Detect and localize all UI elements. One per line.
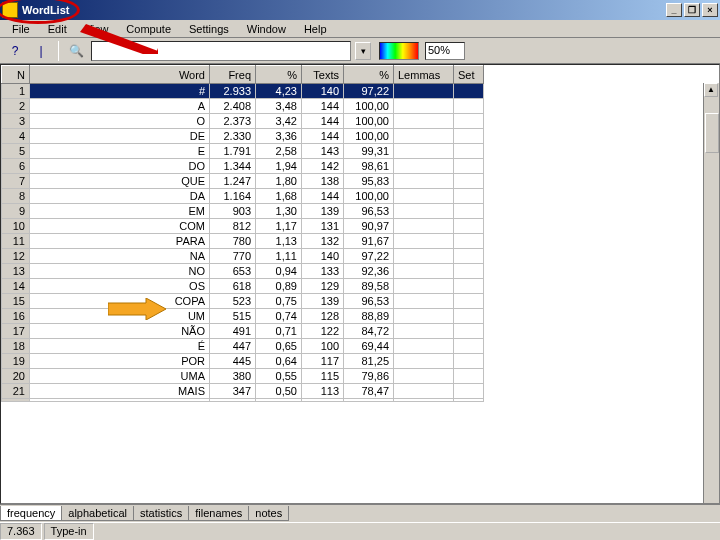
row-number: 2 bbox=[2, 99, 30, 114]
menu-view[interactable]: View bbox=[77, 22, 117, 36]
close-button[interactable]: × bbox=[702, 3, 718, 17]
cell-pct2: 84,72 bbox=[344, 324, 394, 339]
status-count: 7.363 bbox=[0, 523, 42, 540]
table-row[interactable]: 3O2.3733,42144100,00 bbox=[2, 114, 484, 129]
tab-statistics[interactable]: statistics bbox=[133, 506, 189, 521]
cell-freq: 491 bbox=[210, 324, 256, 339]
cell-lemmas bbox=[394, 219, 454, 234]
menu-settings[interactable]: Settings bbox=[181, 22, 237, 36]
data-grid: N Word Freq % Texts % Lemmas Set 1#2.933… bbox=[0, 64, 720, 504]
cell-lemmas bbox=[394, 354, 454, 369]
table-row[interactable]: 17NÃO4910,7112284,72 bbox=[2, 324, 484, 339]
col-n[interactable]: N bbox=[2, 66, 30, 84]
table-row[interactable]: 14OS6180,8912989,58 bbox=[2, 279, 484, 294]
cell-pct: 3,36 bbox=[256, 129, 302, 144]
table-row[interactable]: 16UM5150,7412888,89 bbox=[2, 309, 484, 324]
table-row[interactable]: 7QUE1.2471,8013895,83 bbox=[2, 174, 484, 189]
cell-set bbox=[454, 309, 484, 324]
cell-freq: 2.330 bbox=[210, 129, 256, 144]
cell-pct2: 100,00 bbox=[344, 99, 394, 114]
table-row[interactable]: 19POR4450,6411781,25 bbox=[2, 354, 484, 369]
cell-freq: 770 bbox=[210, 249, 256, 264]
tab-notes[interactable]: notes bbox=[248, 506, 289, 521]
row-number: 10 bbox=[2, 219, 30, 234]
cell-set bbox=[454, 264, 484, 279]
col-pct[interactable]: % bbox=[256, 66, 302, 84]
cell-word: MAIS bbox=[30, 384, 210, 399]
cell-lemmas bbox=[394, 159, 454, 174]
table-row[interactable]: 6DO1.3441,9414298,61 bbox=[2, 159, 484, 174]
search-dropdown[interactable]: ▾ bbox=[355, 42, 371, 60]
cell-word: QUE bbox=[30, 174, 210, 189]
col-set[interactable]: Set bbox=[454, 66, 484, 84]
cell-freq: 1.344 bbox=[210, 159, 256, 174]
table-row[interactable]: 13NO6530,9413392,36 bbox=[2, 264, 484, 279]
cell-freq: 653 bbox=[210, 264, 256, 279]
maximize-button[interactable]: ❐ bbox=[684, 3, 700, 17]
table-row[interactable]: 18É4470,6510069,44 bbox=[2, 339, 484, 354]
help-button[interactable]: ? bbox=[4, 41, 26, 61]
table-row[interactable]: 1#2.9334,2314097,22 bbox=[2, 84, 484, 99]
cell-lemmas bbox=[394, 174, 454, 189]
row-number: 12 bbox=[2, 249, 30, 264]
cell-freq: 447 bbox=[210, 339, 256, 354]
table-row[interactable]: 10COM8121,1713190,97 bbox=[2, 219, 484, 234]
col-lemmas[interactable]: Lemmas bbox=[394, 66, 454, 84]
header-row: N Word Freq % Texts % Lemmas Set bbox=[2, 66, 484, 84]
title-bar: WordList _ ❐ × bbox=[0, 0, 720, 20]
cell-lemmas bbox=[394, 279, 454, 294]
cell-word: POR bbox=[30, 354, 210, 369]
table-row[interactable]: 2A2.4083,48144100,00 bbox=[2, 99, 484, 114]
pipe-button[interactable]: | bbox=[30, 41, 52, 61]
scroll-thumb[interactable] bbox=[705, 113, 719, 153]
col-word[interactable]: Word bbox=[30, 66, 210, 84]
row-number: 17 bbox=[2, 324, 30, 339]
menu-help[interactable]: Help bbox=[296, 22, 335, 36]
col-texts[interactable]: Texts bbox=[302, 66, 344, 84]
table-row[interactable]: 11PARA7801,1313291,67 bbox=[2, 234, 484, 249]
table-row[interactable]: 12NA7701,1114097,22 bbox=[2, 249, 484, 264]
vertical-scrollbar[interactable]: ▲ bbox=[703, 83, 719, 503]
tab-alphabetical[interactable]: alphabetical bbox=[61, 506, 134, 521]
cell-pct2: 100,00 bbox=[344, 114, 394, 129]
cell-pct: 0,71 bbox=[256, 324, 302, 339]
col-pct2[interactable]: % bbox=[344, 66, 394, 84]
scroll-up-arrow[interactable]: ▲ bbox=[704, 83, 718, 97]
menu-compute[interactable]: Compute bbox=[118, 22, 179, 36]
table-row[interactable]: 20UMA3800,5511579,86 bbox=[2, 369, 484, 384]
cell-lemmas bbox=[394, 249, 454, 264]
cell-set bbox=[454, 354, 484, 369]
cell-pct: 3,48 bbox=[256, 99, 302, 114]
cell-pct: 0,94 bbox=[256, 264, 302, 279]
table-row[interactable]: 4DE2.3303,36144100,00 bbox=[2, 129, 484, 144]
cell-texts: 138 bbox=[302, 174, 344, 189]
search-input[interactable] bbox=[91, 41, 351, 61]
menu-file[interactable]: File bbox=[4, 22, 38, 36]
cell-freq: 523 bbox=[210, 294, 256, 309]
row-number: 14 bbox=[2, 279, 30, 294]
col-freq[interactable]: Freq bbox=[210, 66, 256, 84]
cell-lemmas bbox=[394, 264, 454, 279]
cell-texts: 143 bbox=[302, 144, 344, 159]
menu-edit[interactable]: Edit bbox=[40, 22, 75, 36]
table-row[interactable]: 5E1.7912,5814399,31 bbox=[2, 144, 484, 159]
cell-lemmas bbox=[394, 204, 454, 219]
cell-freq: 1.164 bbox=[210, 189, 256, 204]
cell-word: O bbox=[30, 114, 210, 129]
zoom-percent-input[interactable]: 50% bbox=[425, 42, 465, 60]
cell-word: É bbox=[30, 339, 210, 354]
rainbow-gradient-button[interactable] bbox=[379, 42, 419, 60]
table-row[interactable]: 15COPA5230,7513996,53 bbox=[2, 294, 484, 309]
cell-pct: 1,11 bbox=[256, 249, 302, 264]
minimize-button[interactable]: _ bbox=[666, 3, 682, 17]
tab-frequency[interactable]: frequency bbox=[0, 506, 62, 521]
tab-filenames[interactable]: filenames bbox=[188, 506, 249, 521]
cell-word: COPA bbox=[30, 294, 210, 309]
table-row[interactable]: 8DA1.1641,68144100,00 bbox=[2, 189, 484, 204]
menu-window[interactable]: Window bbox=[239, 22, 294, 36]
search-icon[interactable]: 🔍 bbox=[65, 41, 87, 61]
cell-freq: 515 bbox=[210, 309, 256, 324]
table-row[interactable]: 9EM9031,3013996,53 bbox=[2, 204, 484, 219]
table-row[interactable] bbox=[2, 399, 484, 402]
table-row[interactable]: 21MAIS3470,5011378,47 bbox=[2, 384, 484, 399]
